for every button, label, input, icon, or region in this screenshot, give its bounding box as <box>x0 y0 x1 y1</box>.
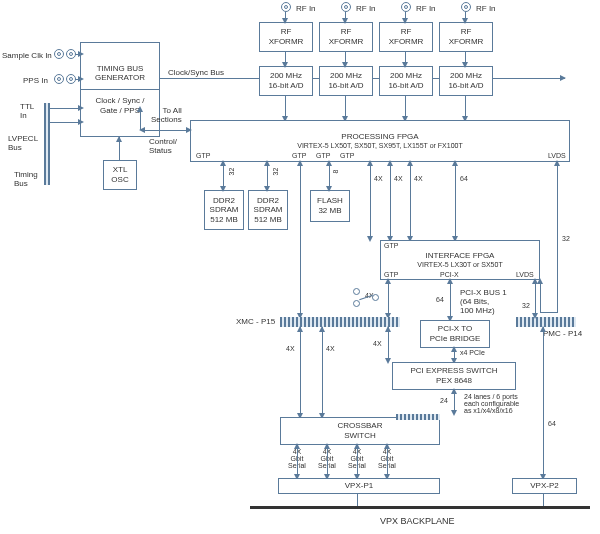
rf-xformr-2: RF XFORMR <box>319 22 373 52</box>
timing-bus-label: Timing Bus <box>14 170 38 188</box>
timing-gen-title: TIMING BUS GENERATOR <box>95 64 145 83</box>
xmc-4x-3: 4X <box>373 340 382 347</box>
rf-in-label-4: RF In <box>476 4 496 13</box>
rf-in-3 <box>401 2 411 12</box>
proc-gtp-4: GTP <box>340 152 354 159</box>
timing-bus-vstrip <box>44 103 50 185</box>
proc-fpga-title: PROCESSING FPGA <box>341 132 418 142</box>
p-4x-2: 4X <box>394 175 403 182</box>
rf-xformr-3: RF XFORMR <box>379 22 433 52</box>
xmc-label: XMC - P15 <box>236 317 275 326</box>
timing-bus-generator: TIMING BUS GENERATOR Clock / Sync / Gate… <box>80 42 160 137</box>
rf-in-label-3: RF In <box>416 4 436 13</box>
lvds-32: 32 <box>562 235 570 242</box>
pmc-connector <box>516 317 576 327</box>
iface-pcix: PCI-X <box>440 271 459 278</box>
proc-lvds: LVDS <box>548 152 566 159</box>
pmc-64: 64 <box>548 420 556 427</box>
rf-in-4 <box>461 2 471 12</box>
iface-lvds: LVDS <box>516 271 534 278</box>
vpx-p2: VPX-P2 <box>512 478 577 494</box>
crossbar-switch: CROSSBAR SWITCH <box>280 417 440 445</box>
ddr-32-1: 32 <box>228 168 235 176</box>
adc-3: 200 MHz 16-bit A/D <box>379 66 433 96</box>
pps-in-port <box>54 74 64 84</box>
switch-node-1 <box>353 288 360 295</box>
adc-2: 200 MHz 16-bit A/D <box>319 66 373 96</box>
pex-24: 24 <box>440 397 448 404</box>
pmc-label: PMC - P14 <box>543 329 582 338</box>
switch-node-3 <box>372 294 379 301</box>
p-64: 64 <box>460 175 468 182</box>
processing-fpga: PROCESSING FPGA VIRTEX-5 LX50T, SX50T, S… <box>190 120 570 162</box>
pex-to-crossbar-hatch <box>396 414 440 420</box>
lvpecl-label: LVPECL Bus <box>8 134 38 152</box>
pcie-x4-label: x4 PCIe <box>460 349 485 356</box>
adc-1: 200 MHz 16-bit A/D <box>259 66 313 96</box>
iface-gtp: GTP <box>384 271 398 278</box>
rf-in-1 <box>281 2 291 12</box>
clock-sync-bus-label: Clock/Sync Bus <box>168 68 224 77</box>
ttl-in-label: TTL In <box>20 102 34 120</box>
rf-xformr-4: RF XFORMR <box>439 22 493 52</box>
pex-lanes: 24 lanes / 6 ports each configurable as … <box>464 393 519 414</box>
rf-in-label-1: RF In <box>296 4 316 13</box>
xmc-4x-2: 4X <box>326 345 335 352</box>
switch-node-2 <box>353 300 360 307</box>
ddr2-1: DDR2 SDRAM 512 MB <box>204 190 244 230</box>
pmc-32: 32 <box>522 302 530 309</box>
sample-clk-port <box>54 49 64 59</box>
adc-4: 200 MHz 16-bit A/D <box>439 66 493 96</box>
pcix-64: 64 <box>436 296 444 303</box>
backplane-bar <box>250 506 590 509</box>
proc-gtp-2: GTP <box>292 152 306 159</box>
pcix-bus-label: PCI-X BUS 1 (64 Bits, 100 MHz) <box>460 288 507 315</box>
iface-fpga-title: INTERFACE FPGA <box>426 251 495 261</box>
proc-gtp-1: GTP <box>196 152 210 159</box>
to-all-label: To All Sections <box>151 106 182 124</box>
vpx-p1: VPX-P1 <box>278 478 440 494</box>
timing-gen-sub: Clock / Sync / Gate / PPS <box>81 89 159 115</box>
proc-gtp-3: GTP <box>316 152 330 159</box>
ctrl-status-label: Control/ Status <box>149 137 177 155</box>
iface-fpga-sub: VIRTEX-5 LX30T or SX50T <box>417 261 502 269</box>
pcix-bridge: PCI-X TO PCIe BRIDGE <box>420 320 490 348</box>
backplane-label: VPX BACKPLANE <box>380 516 455 526</box>
ddr2-2: DDR2 SDRAM 512 MB <box>248 190 288 230</box>
pps-in-label: PPS In <box>23 76 48 85</box>
flash-8: 8 <box>332 170 339 174</box>
rf-in-label-2: RF In <box>356 4 376 13</box>
flash: FLASH 32 MB <box>310 190 350 222</box>
pex-switch: PCI EXPRESS SWITCH PEX 8648 <box>392 362 516 390</box>
sample-clk-label: Sample Clk In <box>2 51 52 60</box>
p-4x-3: 4X <box>414 175 423 182</box>
rf-xformr-1: RF XFORMR <box>259 22 313 52</box>
ddr-32-2: 32 <box>272 168 279 176</box>
iface-gtp-top: GTP <box>384 242 398 249</box>
xtl-osc: XTL OSC <box>103 160 137 190</box>
p-4x-1: 4X <box>374 175 383 182</box>
xmc-4x-1: 4X <box>286 345 295 352</box>
proc-fpga-sub: VIRTEX-5 LX50T, SX50T, SX95T, LX155T or … <box>297 142 463 150</box>
rf-in-2 <box>341 2 351 12</box>
